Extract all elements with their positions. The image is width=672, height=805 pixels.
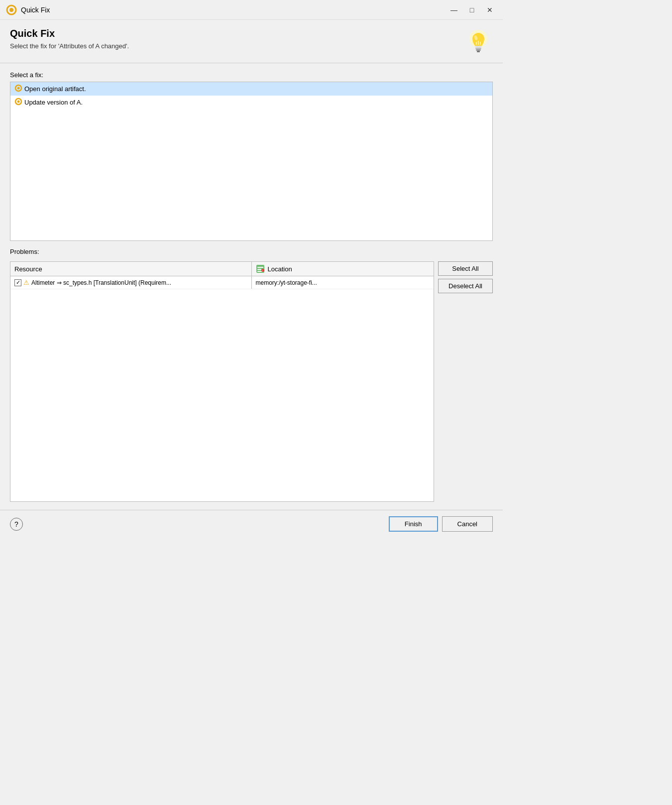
- fix-icon-1: [14, 84, 22, 94]
- header-subtitle: Select the fix for 'Attributes of A chan…: [10, 42, 129, 50]
- svg-point-14: [17, 101, 20, 103]
- problems-action-buttons: Select All Deselect All: [438, 261, 493, 502]
- col-location-header: ! Location: [252, 262, 434, 276]
- header-text: Quick Fix Select the fix for 'Attributes…: [10, 28, 129, 50]
- svg-rect-17: [257, 269, 261, 270]
- svg-rect-3: [475, 46, 482, 48]
- page-title: Quick Fix: [10, 28, 129, 39]
- lightbulb-icon: [464, 28, 493, 57]
- table-row[interactable]: ✓ ⚠ Altimeter ⇒ sc_types.h [TranslationU…: [10, 276, 434, 289]
- problems-body: Resource ! Location: [10, 261, 493, 502]
- fix-item-2[interactable]: Update version of A.: [10, 96, 492, 109]
- problems-table: Resource ! Location: [10, 261, 434, 502]
- problems-label: Problems:: [10, 248, 493, 255]
- title-bar-controls: — □ ✕: [447, 4, 497, 15]
- fix-item-1-text: Open original artifact.: [24, 85, 86, 93]
- svg-rect-4: [475, 48, 481, 49]
- close-button[interactable]: ✕: [483, 4, 497, 15]
- problem-location-text: memory:/yt-storage-fi...: [256, 279, 317, 286]
- fix-icon-2: [14, 98, 22, 107]
- cancel-button[interactable]: Cancel: [442, 516, 493, 532]
- footer-buttons: Finish Cancel: [389, 516, 493, 532]
- location-col-label: Location: [268, 265, 292, 273]
- col-resource-header: Resource: [10, 262, 252, 276]
- svg-rect-16: [257, 267, 263, 268]
- maximize-button[interactable]: □: [465, 4, 479, 15]
- app-icon: [6, 4, 17, 15]
- location-col-icon: !: [256, 264, 265, 273]
- svg-rect-9: [477, 51, 480, 52]
- svg-text:!: !: [262, 269, 263, 272]
- fix-list[interactable]: Open original artifact. Update version o…: [10, 82, 493, 241]
- footer: ? Finish Cancel: [0, 510, 503, 538]
- warning-icon: ⚠: [23, 279, 29, 286]
- svg-point-12: [17, 87, 20, 90]
- svg-rect-5: [476, 49, 481, 51]
- select-all-button[interactable]: Select All: [438, 261, 493, 276]
- row-checkbox[interactable]: ✓: [14, 279, 21, 286]
- problems-table-body: ✓ ⚠ Altimeter ⇒ sc_types.h [TranslationU…: [10, 276, 434, 501]
- title-bar-text: Quick Fix: [21, 6, 447, 14]
- title-bar: Quick Fix — □ ✕: [0, 0, 503, 20]
- problem-resource-cell: ✓ ⚠ Altimeter ⇒ sc_types.h [TranslationU…: [10, 276, 252, 289]
- header-section: Quick Fix Select the fix for 'Attributes…: [0, 20, 503, 63]
- problem-location-cell: memory:/yt-storage-fi...: [252, 277, 434, 289]
- fix-item-2-text: Update version of A.: [24, 99, 83, 106]
- deselect-all-button[interactable]: Deselect All: [438, 279, 493, 293]
- problems-section: Problems: Resource: [10, 248, 493, 502]
- fix-item-1[interactable]: Open original artifact.: [10, 82, 492, 96]
- help-button[interactable]: ?: [10, 518, 23, 531]
- finish-button[interactable]: Finish: [389, 516, 438, 532]
- fix-section: Select a fix: Open original artifact.: [10, 71, 493, 241]
- svg-point-1: [9, 8, 13, 12]
- resource-col-label: Resource: [14, 265, 42, 273]
- problems-table-header: Resource ! Location: [10, 262, 434, 276]
- minimize-button[interactable]: —: [447, 4, 461, 15]
- fix-section-label: Select a fix:: [10, 71, 493, 79]
- problem-resource-text: Altimeter ⇒ sc_types.h [TranslationUnit]…: [31, 279, 171, 286]
- main-content: Select a fix: Open original artifact.: [0, 63, 503, 510]
